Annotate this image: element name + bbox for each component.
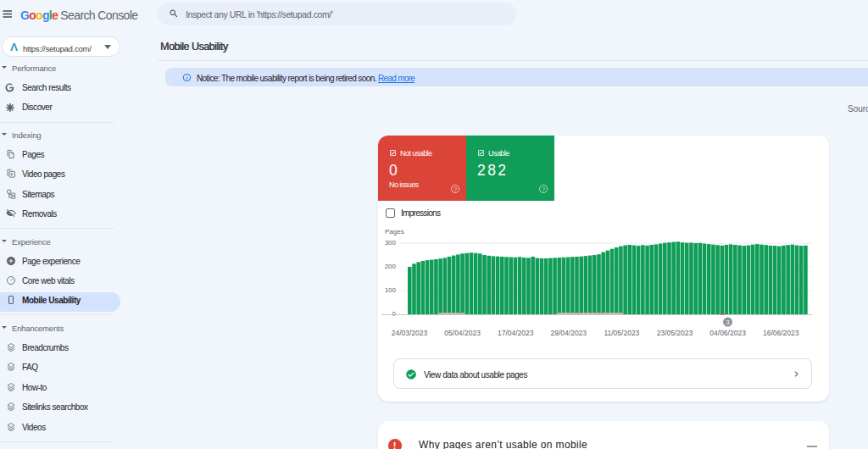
- svg-text:05/04/2023: 05/04/2023: [444, 329, 481, 337]
- svg-text:17/04/2023: 17/04/2023: [498, 329, 534, 337]
- svg-text:24/03/2023: 24/03/2023: [392, 329, 428, 337]
- svg-text:23/05/2023: 23/05/2023: [657, 329, 693, 337]
- svg-text:11/05/2023: 11/05/2023: [604, 329, 639, 337]
- svg-text:16/06/2023: 16/06/2023: [763, 329, 799, 337]
- svg-text:04/06/2023: 04/06/2023: [709, 329, 746, 337]
- svg-text:3: 3: [726, 319, 729, 326]
- svg-text:29/04/2023: 29/04/2023: [551, 329, 587, 337]
